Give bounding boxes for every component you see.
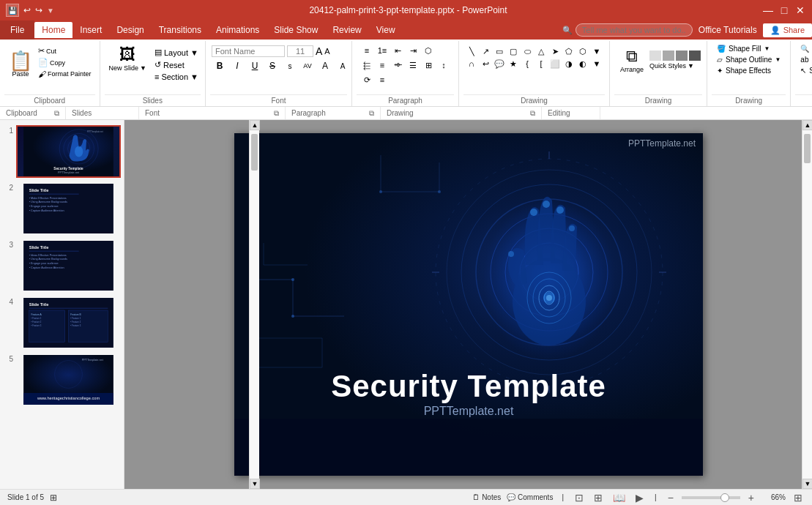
smart-art-button[interactable]: ⬡ — [421, 44, 436, 57]
columns-button[interactable]: ⊞ — [421, 59, 436, 72]
bold-button[interactable]: B — [212, 59, 228, 73]
justify-button[interactable]: ☰ — [406, 59, 420, 72]
comments-button[interactable]: 💬 Comments — [507, 493, 553, 501]
bullets-button[interactable]: ≡ — [360, 44, 374, 57]
line-spacing-button[interactable]: ↕ — [436, 59, 451, 72]
shape-callout[interactable]: 💬 — [493, 58, 506, 70]
shape-hexagon[interactable]: ⬡ — [576, 45, 589, 57]
cut-button[interactable]: ✂Cut — [36, 45, 94, 56]
shape-oval[interactable]: ⬭ — [521, 45, 534, 57]
menu-animations[interactable]: Animations — [209, 22, 267, 38]
undo-button[interactable]: ↩ — [23, 5, 31, 15]
slideshow-button[interactable]: ▶ — [633, 492, 646, 504]
arrange-button[interactable]: ⧉ Arrange — [616, 45, 648, 75]
shape-right-arrow[interactable]: ➤ — [548, 45, 562, 57]
align-right-button[interactable]: ⬲ — [390, 59, 405, 72]
reset-button[interactable]: ↺Reset — [152, 59, 201, 70]
minimize-button[interactable]: — — [762, 4, 774, 16]
menu-file[interactable]: File — [0, 20, 34, 40]
shape-smiley[interactable]: ◑ — [562, 58, 576, 70]
maximize-button[interactable]: □ — [778, 4, 790, 16]
save-icon[interactable]: 💾 — [6, 4, 19, 17]
canvas-scrollbar-v[interactable]: ▲ ▼ — [802, 120, 812, 489]
font-expand[interactable]: ⧉ — [274, 109, 279, 118]
shape-cube[interactable]: ⬜ — [548, 58, 562, 70]
menu-design[interactable]: Design — [109, 22, 151, 38]
shape-triangle[interactable]: △ — [534, 45, 548, 57]
share-button[interactable]: 👤 Share — [763, 23, 812, 37]
zoom-in-button[interactable]: + — [746, 492, 756, 504]
char-spacing-button[interactable]: AV — [299, 59, 316, 73]
paragraph-expand[interactable]: ⧉ — [369, 109, 374, 118]
menu-view[interactable]: View — [369, 22, 403, 38]
search-input[interactable] — [576, 23, 693, 37]
shape-brace[interactable]: { — [521, 58, 534, 70]
strikethrough-button[interactable]: S — [264, 59, 280, 73]
menu-transitions[interactable]: Transitions — [152, 22, 209, 38]
shape-arrow[interactable]: ↗ — [479, 45, 492, 57]
text-highlight-button[interactable]: A — [335, 59, 351, 73]
menu-home[interactable]: Home — [34, 22, 72, 38]
fit-slide-button[interactable]: ⊞ — [791, 492, 805, 504]
underline-button[interactable]: U — [247, 59, 263, 73]
format-painter-button[interactable]: 🖌Format Painter — [36, 69, 94, 79]
zoom-out-button[interactable]: − — [666, 492, 676, 504]
style-swatch-2[interactable] — [663, 50, 674, 61]
normal-view-button[interactable]: ⊡ — [573, 492, 586, 504]
canvas-area[interactable]: ▲ ▼ — [124, 120, 812, 489]
italic-button[interactable]: I — [229, 59, 245, 73]
slide-panel-scrollbar[interactable]: ▲ ▼ — [249, 120, 259, 489]
shape-effects-button[interactable]: ✦ Shape Effects — [715, 66, 783, 75]
slide-thumb-2[interactable]: Slide Title • Make Effective Presentatio… — [16, 182, 121, 235]
font-size-input[interactable] — [287, 45, 313, 57]
shape-star[interactable]: ★ — [507, 58, 520, 70]
numbering-button[interactable]: 1≡ — [375, 44, 390, 57]
align-center-button[interactable]: ≡ — [375, 59, 390, 72]
canvas-scroll-down[interactable]: ▼ — [802, 479, 812, 489]
text-align-button[interactable]: ≡ — [375, 73, 390, 86]
shape-bracket[interactable]: [ — [534, 58, 548, 70]
slide-info-icon[interactable]: ⊞ — [50, 493, 57, 503]
slide-panel[interactable]: 1 — [0, 120, 124, 489]
style-swatch-3[interactable] — [676, 50, 688, 61]
canvas-scroll-thumb[interactable] — [804, 134, 811, 163]
menu-review[interactable]: Review — [325, 22, 368, 38]
scrollbar-down-btn[interactable]: ▼ — [250, 479, 260, 489]
shape-bent-arrow[interactable]: ↩ — [479, 58, 492, 70]
drawing-expand[interactable]: ⧉ — [530, 109, 535, 118]
scrollbar-thumb[interactable] — [251, 134, 258, 171]
shape-line[interactable]: ╲ — [465, 45, 478, 57]
new-slide-button[interactable]: 🖼 New Slide ▼ — [105, 44, 151, 73]
layout-button[interactable]: ▤Layout ▼ — [152, 47, 201, 58]
canvas-scroll-up[interactable]: ▲ — [802, 120, 812, 130]
office-tutorials-link[interactable]: Office Tutorials — [699, 25, 757, 35]
close-button[interactable]: ✕ — [794, 4, 806, 16]
zoom-slider[interactable] — [682, 496, 740, 499]
notes-button[interactable]: 🗒 Notes — [472, 493, 501, 501]
section-button[interactable]: ≡Section ▼ — [152, 72, 201, 82]
shape-moon[interactable]: ◐ — [576, 58, 589, 70]
clipboard-expand[interactable]: ⧉ — [54, 109, 59, 118]
shape-rounded-rect[interactable]: ▢ — [507, 45, 520, 57]
menu-insert[interactable]: Insert — [72, 22, 109, 38]
slide-thumb-3[interactable]: Slide Title • Ideas Effective Presentati… — [16, 239, 121, 292]
shape-rect[interactable]: ▭ — [493, 45, 506, 57]
slide-thumb-4[interactable]: Slide Title Feature A • Feature 1 • Feat… — [16, 296, 121, 349]
slide-item-1[interactable]: 1 — [0, 123, 124, 180]
scrollbar-up-btn[interactable]: ▲ — [250, 120, 260, 130]
replace-button[interactable]: ab Replace ▼ — [798, 55, 812, 64]
shape-more2[interactable]: ▼ — [590, 58, 603, 70]
font-size-decrease[interactable]: A — [324, 47, 329, 56]
style-swatch-1[interactable] — [649, 50, 661, 61]
slide-item-2[interactable]: 2 Slide Title • Make Effective Presentat… — [0, 180, 124, 237]
redo-button[interactable]: ↪ — [35, 5, 42, 15]
slide-thumb-1[interactable]: Security Template PPTTemplate.net PPTTem… — [16, 125, 121, 178]
slide-thumb-5[interactable]: PPTTemplate.net www.heritagechristiancol… — [16, 354, 121, 406]
slide-canvas[interactable]: PPTTemplate.net Security Template PPTTem… — [234, 133, 703, 476]
reading-view-button[interactable]: 📖 — [611, 492, 627, 504]
shape-fill-button[interactable]: 🪣 Shape Fill ▼ — [715, 44, 783, 53]
slide-item-4[interactable]: 4 Slide Title Feature A • Feature 1 • Fe… — [0, 294, 124, 351]
decrease-indent-button[interactable]: ⇤ — [390, 44, 405, 57]
increase-indent-button[interactable]: ⇥ — [406, 44, 420, 57]
menu-slideshow[interactable]: Slide Show — [267, 22, 325, 38]
